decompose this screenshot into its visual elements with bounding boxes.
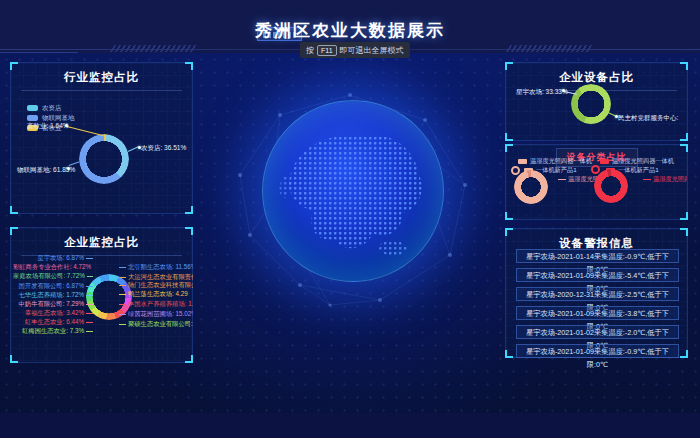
category-donut-right[interactable]	[594, 169, 628, 203]
chart-label: 星宇农场: 33.33%	[516, 87, 568, 96]
page-title: 秀洲区农业大数据展示	[0, 19, 700, 42]
equipment-donut-chart[interactable]	[571, 84, 611, 124]
chart-label: 农资店: 36.51%	[141, 143, 186, 152]
fullscreen-toast: 按 F11 即可退出全屏模式	[300, 42, 410, 58]
corner-accent	[185, 206, 193, 214]
chart-label: 七华生态养殖场: 1.72%	[13, 291, 93, 299]
toast-suffix: 即可退出全屏模式	[340, 45, 404, 56]
corner-accent	[680, 212, 688, 220]
panel-alarm-info: 设备警报信息 星宇农场-2021-01-14采集温度:-0.9℃,低于下限:0℃…	[505, 228, 688, 358]
panel-enterprise-monitor: 企业监控占比 星宇农场: 6.87% 彩虹商务专业合作社: 4.72% 家庭农场…	[10, 227, 193, 363]
corner-accent	[10, 62, 18, 70]
panel-title: 企业监控占比	[11, 228, 192, 250]
legend-label: 温湿度光照四器一体机	[612, 157, 674, 166]
f11-key: F11	[317, 45, 337, 56]
corner-accent	[185, 227, 193, 235]
chart-label: 聚硕生态农业有限公司: 6.87%	[119, 320, 193, 328]
corner-accent	[680, 133, 688, 141]
corner-accent	[505, 212, 513, 220]
corner-accent	[10, 355, 18, 363]
corner-accent	[680, 350, 688, 358]
corner-accent	[680, 62, 688, 70]
mini-donut-icon	[591, 165, 600, 174]
legend-swatch-icon	[27, 105, 38, 111]
corner-accent	[505, 350, 513, 358]
footer-bar	[0, 413, 700, 438]
alarm-list-item: 星宇农场-2021-01-14采集温度:-0.9℃,低于下限:0℃	[516, 249, 679, 263]
chart-label: 民主村党群服务中心:	[618, 113, 678, 122]
legend-item[interactable]: 温湿度光照四器一体机	[600, 157, 674, 166]
alarm-list-item: 星宇农场-2021-01-02采集温度:-2.0℃,低于下限:0℃	[516, 325, 679, 339]
panel-device-category: 设备分类占比 温湿度光照四器一体机 一体机新产品1 温湿度光照四器一— 温湿度光…	[505, 144, 688, 220]
leader-dot	[562, 89, 565, 92]
leader-dot	[67, 167, 70, 170]
corner-accent	[505, 62, 513, 70]
alarm-list-item: 星宇农场-2021-01-09采集温度:-5.4℃,低于下限:0℃	[516, 268, 679, 282]
corner-accent	[185, 62, 193, 70]
panel-equipment-ratio: 企业设备占比 星宇农场: 33.33% 民主村党群服务中心:	[505, 62, 688, 141]
legend-label: 农资店	[42, 104, 62, 113]
chart-label: 鸭兰荡生态农场: 4.29	[119, 290, 193, 298]
corner-accent	[505, 144, 513, 152]
corner-accent	[10, 227, 18, 235]
panel-title: 行业监控占比	[11, 63, 192, 85]
panel-title: 设备警报信息	[506, 229, 687, 251]
legend-label: 一体机新产品1	[618, 166, 659, 175]
chart-label: 家庭农场有限公司: 7.72%	[13, 272, 93, 280]
legend-item[interactable]: 农资店	[27, 103, 75, 113]
chart-label: 星宇农场: 6.87%	[13, 254, 93, 262]
alarm-list-item: 星宇农场-2021-01-09采集温度:-3.8℃,低于下限:0℃	[516, 306, 679, 320]
chart-label: 丰国水产养殖养殖场: 1.	[119, 300, 193, 308]
chart-label: 陆门生态农业科技有限公司	[119, 281, 193, 289]
corner-accent	[505, 228, 513, 236]
legend-label: 温湿度光照四器一体机	[530, 157, 592, 166]
industry-donut-chart[interactable]	[79, 134, 129, 184]
panel-title: 企业设备占比	[506, 63, 687, 85]
header-hatch-left	[110, 45, 199, 52]
dashboard: 秀洲区农业大数据展示 按 F11 即可退出全屏模式	[0, 0, 700, 438]
chart-label: 彩虹商务专业合作社: 4.72%	[13, 263, 93, 271]
mini-donut-icon	[511, 166, 520, 175]
panel-industry-monitor: 行业监控占比 农资店 物联网基地 畜牧业 畜牧业: 1.64% 农资店: 36.…	[10, 62, 193, 214]
chart-label: 红梅园生态农业: 7.3%	[13, 327, 93, 335]
corner-accent	[10, 206, 18, 214]
legend-swatch-icon	[518, 159, 527, 164]
title-separator	[21, 90, 182, 91]
chart-label: 大运河生态农业有限责任公	[119, 273, 193, 281]
legend-item[interactable]: 温湿度光照四器一体机	[518, 157, 592, 166]
chart-label: 幸福生态农场: 3.42%	[13, 309, 93, 317]
alarm-list-item: 星宇农场-2020-12-31采集温度:-2.5℃,低于下限:0℃	[516, 287, 679, 301]
header-hatch-right	[506, 45, 595, 52]
chart-label: 红丰生态农业: 6.44%	[13, 318, 93, 326]
corner-accent	[680, 144, 688, 152]
chart-label: 温湿度光照四器一—	[643, 175, 687, 184]
category-donut-left[interactable]	[514, 170, 548, 204]
chart-label: 国开发有限公司: 6.87%	[13, 282, 93, 290]
globe-sphere[interactable]	[262, 100, 444, 282]
leader-dot	[138, 146, 141, 149]
chart-label: 中奶牛有限公司: 7.29%	[13, 300, 93, 308]
toast-prefix: 按	[306, 45, 314, 56]
leader-dot	[615, 115, 618, 118]
alarm-list-item: 星宇农场-2021-01-09采集温度:-0.9℃,低于下限:0℃	[516, 344, 679, 358]
globe-continents	[263, 101, 444, 282]
legend-swatch-icon	[600, 159, 609, 164]
corner-accent	[505, 133, 513, 141]
corner-accent	[185, 355, 193, 363]
chart-label: 绿茵花园苗圃场: 15.02%	[119, 310, 193, 318]
corner-accent	[680, 228, 688, 236]
chart-label: 北引鹅生态农场: 11.56%	[119, 263, 193, 271]
chart-label: 畜牧业: 1.64%	[27, 121, 69, 130]
leader-dot	[65, 124, 68, 127]
